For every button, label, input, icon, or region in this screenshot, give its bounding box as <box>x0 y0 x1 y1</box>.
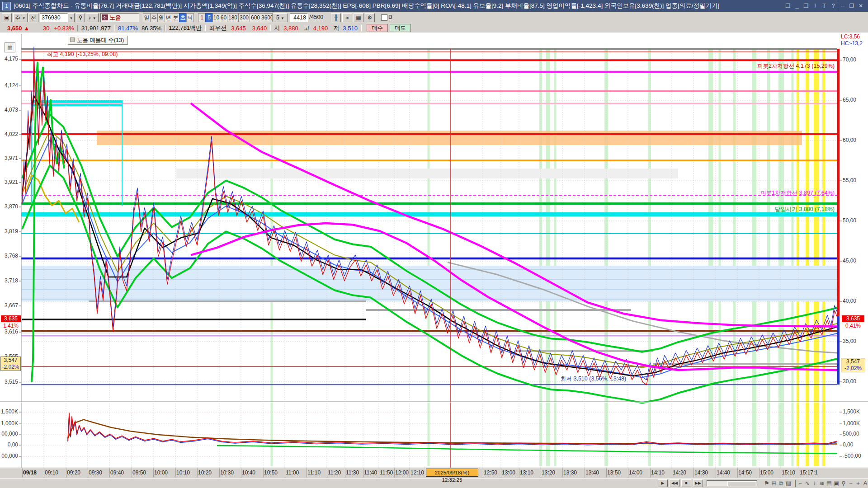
time-axis-tick <box>562 468 563 478</box>
time-axis-tick <box>737 468 738 478</box>
time-axis-tick <box>394 468 395 478</box>
time-axis-tick <box>22 468 23 478</box>
app-window: 1 [0601] 주식종합차트 - 유통비율[76.7] 거래대금[122,78… <box>0 0 868 488</box>
chart-annotation: 피봇2차저항선 4,173 (15,29%) <box>757 62 835 70</box>
time-axis-tick <box>693 468 694 478</box>
time-axis-tick <box>541 468 541 478</box>
font-size-icon[interactable]: A <box>860 479 868 488</box>
right-axis-label: 45,00 <box>843 258 866 264</box>
time-axis-tick <box>153 468 154 478</box>
time-axis-label: 13:00 <box>502 469 515 476</box>
cursor-time-label: 2025/09/18(목) 12:32:25 <box>426 469 478 477</box>
time-axis-tick <box>307 468 307 478</box>
time-axis-label: 12:50 <box>484 469 497 476</box>
price-axis-label: 3,515 <box>0 379 18 385</box>
time-axis-label: 09:30 <box>89 469 102 476</box>
lc-label: LC:3,56 <box>841 33 860 40</box>
indicator-label-box[interactable]: 노을 매물대 수(13) <box>68 36 128 45</box>
time-axis-tick <box>585 468 585 478</box>
chart-scrollbar-thumb[interactable] <box>727 481 756 486</box>
time-axis-label: 09:20 <box>67 469 80 476</box>
current-pct-right: 0,41% <box>842 323 864 329</box>
current-price-box-right: 3,635 <box>842 315 864 322</box>
price-axis-label: 4,124 <box>0 82 18 89</box>
play-icon[interactable]: ▶ <box>658 479 668 487</box>
time-axis-tick <box>410 468 410 478</box>
indicator-toggle-icon[interactable] <box>70 38 75 42</box>
chart-annotation: 최고 4,190 (-13,25%, 09:08) <box>47 51 118 58</box>
time-axis-tick <box>263 468 264 478</box>
time-axis-label: 13:20 <box>542 469 555 476</box>
current-pct-left: 1,41% <box>1 323 21 329</box>
time-axis-label: 09:10 <box>45 469 58 476</box>
price-axis-label: 3,971 <box>0 155 18 161</box>
right-axis-label: 50,00 <box>843 217 866 224</box>
price-axis-label: 3,718 <box>0 277 18 284</box>
time-axis-tick <box>759 468 760 478</box>
time-axis-tick <box>716 468 716 478</box>
time-axis-label: 10:30 <box>220 469 234 476</box>
chart-plot[interactable] <box>0 0 868 488</box>
time-axis-label: 11:00 <box>286 469 299 476</box>
time-axis-tick <box>327 468 327 478</box>
time-axis-label: 10:00 <box>154 469 168 476</box>
volume-axis-label-right: 1,000K <box>843 420 867 427</box>
time-axis-label: 10:50 <box>264 469 278 476</box>
time-axis-tick <box>628 468 628 478</box>
time-axis-label: 11:40 <box>364 469 377 476</box>
time-axis-label: 14:20 <box>673 469 686 476</box>
volume-axis-label: 00,000 <box>0 453 18 459</box>
time-axis-tick <box>799 468 799 478</box>
current-price-box-left: 3,635 <box>1 315 21 322</box>
price-axis-label: 4,175 <box>0 56 18 62</box>
right-axis-label: 70,00 <box>843 56 866 63</box>
time-axis-tick <box>88 468 88 478</box>
time-axis-label: 09/18 <box>23 469 37 476</box>
time-axis-label: 13:10 <box>520 469 533 476</box>
time-axis-tick <box>363 468 363 478</box>
time-axis-tick <box>44 468 44 478</box>
price-axis-label: 4,022 <box>0 131 18 137</box>
time-axis-tick <box>219 468 220 478</box>
volume-axis-label: 0,00 <box>0 441 18 448</box>
time-axis-label: 09:50 <box>132 469 146 476</box>
time-axis-tick <box>606 468 607 478</box>
right-axis-label: 55,00 <box>843 177 866 183</box>
time-axis-label: 14:00 <box>629 469 642 476</box>
time-axis-tick <box>132 468 132 478</box>
chart-annotation: 당일시가 3,880 (7,18%) <box>775 206 835 213</box>
ref-price-box-left: 3,547-2,02% <box>0 357 21 371</box>
chart-annotation: 최저 3,510 (3,56%, 13:48) <box>561 375 626 383</box>
time-axis-tick <box>501 468 501 478</box>
time-axis-label: 10:40 <box>242 469 255 476</box>
rewind-icon[interactable]: ◀◀ <box>670 479 679 487</box>
chart-annotation: 피봇1차저항선 3,897 (7,64%) <box>760 189 835 197</box>
time-axis-tick <box>66 468 66 478</box>
time-axis-label: 14:50 <box>738 469 752 476</box>
volume-axis-label: 1,500K <box>0 408 18 415</box>
time-axis-tick <box>175 468 176 478</box>
volume-axis-label-right: 0,00 <box>843 441 867 448</box>
time-axis-label: 15:10 <box>782 469 795 476</box>
time-axis-tick <box>345 468 345 478</box>
time-axis-label: 15:17:1 <box>800 469 818 476</box>
price-axis-label: 4,073 <box>0 107 18 113</box>
volume-axis-label-right: -500,00 <box>843 453 867 459</box>
time-axis-label: 12:00 <box>395 469 409 476</box>
time-axis-label: 15:00 <box>760 469 774 476</box>
price-axis-label: 3,819 <box>0 228 18 235</box>
stop-icon[interactable]: ■ <box>681 479 691 487</box>
time-axis-label: 13:40 <box>585 469 599 476</box>
time-axis-tick <box>285 468 285 478</box>
price-axis-label: 3,870 <box>0 203 18 210</box>
ref-price-box-right: 3,547-2,02% <box>841 358 865 372</box>
time-axis-tick <box>781 468 781 478</box>
time-axis-label: 14:10 <box>651 469 665 476</box>
price-axis-label: 3,667 <box>0 302 18 309</box>
time-axis-label: 11:10 <box>307 469 321 476</box>
time-axis-label: 09:40 <box>110 469 124 476</box>
forward-icon[interactable]: ▶▶ <box>693 479 703 487</box>
volume-axis-label: 00,000 <box>0 431 18 437</box>
chart-scrollbar[interactable] <box>707 480 757 486</box>
price-axis-label: 3,616 <box>0 328 18 335</box>
